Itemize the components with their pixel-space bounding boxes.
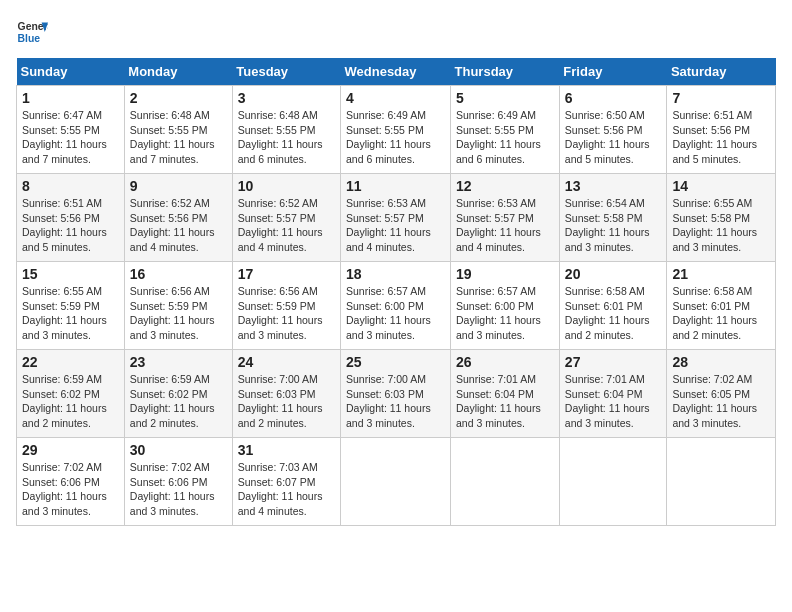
day-cell: 2Sunrise: 6:48 AMSunset: 5:55 PMDaylight… xyxy=(124,86,232,174)
day-number: 21 xyxy=(672,266,770,282)
day-info: Sunrise: 6:57 AMSunset: 6:00 PMDaylight:… xyxy=(346,284,445,343)
day-cell: 23Sunrise: 6:59 AMSunset: 6:02 PMDayligh… xyxy=(124,350,232,438)
day-cell xyxy=(341,438,451,526)
day-info: Sunrise: 6:49 AMSunset: 5:55 PMDaylight:… xyxy=(346,108,445,167)
day-cell: 10Sunrise: 6:52 AMSunset: 5:57 PMDayligh… xyxy=(232,174,340,262)
day-cell: 21Sunrise: 6:58 AMSunset: 6:01 PMDayligh… xyxy=(667,262,776,350)
day-cell: 28Sunrise: 7:02 AMSunset: 6:05 PMDayligh… xyxy=(667,350,776,438)
week-row-4: 22Sunrise: 6:59 AMSunset: 6:02 PMDayligh… xyxy=(17,350,776,438)
day-number: 6 xyxy=(565,90,662,106)
day-cell: 30Sunrise: 7:02 AMSunset: 6:06 PMDayligh… xyxy=(124,438,232,526)
day-info: Sunrise: 7:01 AMSunset: 6:04 PMDaylight:… xyxy=(565,372,662,431)
header-monday: Monday xyxy=(124,58,232,86)
svg-text:Blue: Blue xyxy=(18,33,41,44)
day-info: Sunrise: 6:58 AMSunset: 6:01 PMDaylight:… xyxy=(565,284,662,343)
day-info: Sunrise: 7:02 AMSunset: 6:06 PMDaylight:… xyxy=(22,460,119,519)
header-saturday: Saturday xyxy=(667,58,776,86)
day-info: Sunrise: 6:48 AMSunset: 5:55 PMDaylight:… xyxy=(238,108,335,167)
header-row: SundayMondayTuesdayWednesdayThursdayFrid… xyxy=(17,58,776,86)
day-info: Sunrise: 6:50 AMSunset: 5:56 PMDaylight:… xyxy=(565,108,662,167)
day-number: 7 xyxy=(672,90,770,106)
day-number: 25 xyxy=(346,354,445,370)
day-cell: 15Sunrise: 6:55 AMSunset: 5:59 PMDayligh… xyxy=(17,262,125,350)
day-cell: 6Sunrise: 6:50 AMSunset: 5:56 PMDaylight… xyxy=(559,86,667,174)
week-row-5: 29Sunrise: 7:02 AMSunset: 6:06 PMDayligh… xyxy=(17,438,776,526)
header-sunday: Sunday xyxy=(17,58,125,86)
day-number: 12 xyxy=(456,178,554,194)
day-cell: 27Sunrise: 7:01 AMSunset: 6:04 PMDayligh… xyxy=(559,350,667,438)
logo-icon: General Blue xyxy=(16,16,48,48)
week-row-2: 8Sunrise: 6:51 AMSunset: 5:56 PMDaylight… xyxy=(17,174,776,262)
week-row-1: 1Sunrise: 6:47 AMSunset: 5:55 PMDaylight… xyxy=(17,86,776,174)
calendar-table: SundayMondayTuesdayWednesdayThursdayFrid… xyxy=(16,58,776,526)
header-tuesday: Tuesday xyxy=(232,58,340,86)
day-info: Sunrise: 6:54 AMSunset: 5:58 PMDaylight:… xyxy=(565,196,662,255)
day-cell: 29Sunrise: 7:02 AMSunset: 6:06 PMDayligh… xyxy=(17,438,125,526)
day-number: 15 xyxy=(22,266,119,282)
day-info: Sunrise: 6:49 AMSunset: 5:55 PMDaylight:… xyxy=(456,108,554,167)
day-number: 5 xyxy=(456,90,554,106)
day-cell: 19Sunrise: 6:57 AMSunset: 6:00 PMDayligh… xyxy=(451,262,560,350)
day-number: 19 xyxy=(456,266,554,282)
day-cell xyxy=(667,438,776,526)
day-number: 20 xyxy=(565,266,662,282)
day-cell: 7Sunrise: 6:51 AMSunset: 5:56 PMDaylight… xyxy=(667,86,776,174)
day-cell: 16Sunrise: 6:56 AMSunset: 5:59 PMDayligh… xyxy=(124,262,232,350)
day-number: 27 xyxy=(565,354,662,370)
day-cell: 1Sunrise: 6:47 AMSunset: 5:55 PMDaylight… xyxy=(17,86,125,174)
day-info: Sunrise: 6:53 AMSunset: 5:57 PMDaylight:… xyxy=(456,196,554,255)
day-number: 30 xyxy=(130,442,227,458)
day-number: 8 xyxy=(22,178,119,194)
day-info: Sunrise: 6:56 AMSunset: 5:59 PMDaylight:… xyxy=(238,284,335,343)
day-number: 28 xyxy=(672,354,770,370)
day-cell: 22Sunrise: 6:59 AMSunset: 6:02 PMDayligh… xyxy=(17,350,125,438)
day-cell: 4Sunrise: 6:49 AMSunset: 5:55 PMDaylight… xyxy=(341,86,451,174)
day-number: 17 xyxy=(238,266,335,282)
day-info: Sunrise: 6:59 AMSunset: 6:02 PMDaylight:… xyxy=(130,372,227,431)
day-number: 29 xyxy=(22,442,119,458)
page-header: General Blue xyxy=(16,16,776,48)
day-number: 3 xyxy=(238,90,335,106)
day-cell: 20Sunrise: 6:58 AMSunset: 6:01 PMDayligh… xyxy=(559,262,667,350)
day-cell: 24Sunrise: 7:00 AMSunset: 6:03 PMDayligh… xyxy=(232,350,340,438)
day-info: Sunrise: 6:47 AMSunset: 5:55 PMDaylight:… xyxy=(22,108,119,167)
day-cell: 25Sunrise: 7:00 AMSunset: 6:03 PMDayligh… xyxy=(341,350,451,438)
day-cell xyxy=(559,438,667,526)
day-info: Sunrise: 6:52 AMSunset: 5:56 PMDaylight:… xyxy=(130,196,227,255)
day-cell: 9Sunrise: 6:52 AMSunset: 5:56 PMDaylight… xyxy=(124,174,232,262)
day-info: Sunrise: 6:52 AMSunset: 5:57 PMDaylight:… xyxy=(238,196,335,255)
day-info: Sunrise: 7:02 AMSunset: 6:05 PMDaylight:… xyxy=(672,372,770,431)
day-number: 13 xyxy=(565,178,662,194)
day-cell: 17Sunrise: 6:56 AMSunset: 5:59 PMDayligh… xyxy=(232,262,340,350)
day-info: Sunrise: 7:03 AMSunset: 6:07 PMDaylight:… xyxy=(238,460,335,519)
day-cell: 5Sunrise: 6:49 AMSunset: 5:55 PMDaylight… xyxy=(451,86,560,174)
day-number: 9 xyxy=(130,178,227,194)
day-number: 26 xyxy=(456,354,554,370)
logo: General Blue xyxy=(16,16,48,48)
day-cell: 3Sunrise: 6:48 AMSunset: 5:55 PMDaylight… xyxy=(232,86,340,174)
day-info: Sunrise: 6:48 AMSunset: 5:55 PMDaylight:… xyxy=(130,108,227,167)
day-info: Sunrise: 7:01 AMSunset: 6:04 PMDaylight:… xyxy=(456,372,554,431)
day-number: 22 xyxy=(22,354,119,370)
day-cell xyxy=(451,438,560,526)
day-info: Sunrise: 6:55 AMSunset: 5:59 PMDaylight:… xyxy=(22,284,119,343)
day-cell: 12Sunrise: 6:53 AMSunset: 5:57 PMDayligh… xyxy=(451,174,560,262)
day-cell: 18Sunrise: 6:57 AMSunset: 6:00 PMDayligh… xyxy=(341,262,451,350)
day-info: Sunrise: 6:53 AMSunset: 5:57 PMDaylight:… xyxy=(346,196,445,255)
day-number: 4 xyxy=(346,90,445,106)
day-info: Sunrise: 6:51 AMSunset: 5:56 PMDaylight:… xyxy=(22,196,119,255)
header-friday: Friday xyxy=(559,58,667,86)
day-cell: 14Sunrise: 6:55 AMSunset: 5:58 PMDayligh… xyxy=(667,174,776,262)
day-number: 23 xyxy=(130,354,227,370)
day-info: Sunrise: 6:55 AMSunset: 5:58 PMDaylight:… xyxy=(672,196,770,255)
day-number: 18 xyxy=(346,266,445,282)
day-cell: 13Sunrise: 6:54 AMSunset: 5:58 PMDayligh… xyxy=(559,174,667,262)
day-number: 11 xyxy=(346,178,445,194)
day-number: 1 xyxy=(22,90,119,106)
week-row-3: 15Sunrise: 6:55 AMSunset: 5:59 PMDayligh… xyxy=(17,262,776,350)
day-cell: 11Sunrise: 6:53 AMSunset: 5:57 PMDayligh… xyxy=(341,174,451,262)
day-number: 10 xyxy=(238,178,335,194)
day-info: Sunrise: 6:56 AMSunset: 5:59 PMDaylight:… xyxy=(130,284,227,343)
header-thursday: Thursday xyxy=(451,58,560,86)
day-info: Sunrise: 7:02 AMSunset: 6:06 PMDaylight:… xyxy=(130,460,227,519)
